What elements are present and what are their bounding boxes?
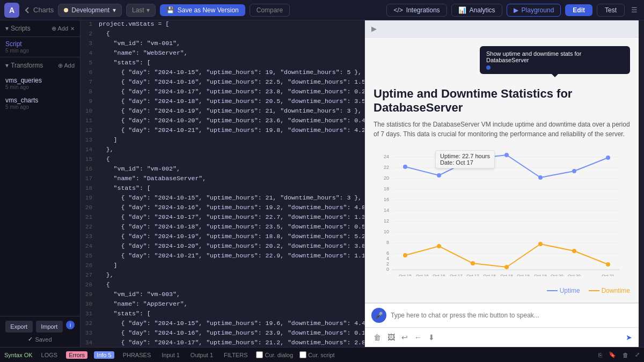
transforms-add-label: Add — [64, 62, 75, 69]
transforms-plus-icon: ⊕ — [58, 62, 63, 69]
line-number: 4 — [80, 49, 97, 59]
add-transform-button[interactable]: ⊕ Add — [58, 62, 75, 69]
svg-point-32 — [437, 244, 441, 248]
code-line: 1 project.vmStats = [ — [80, 20, 364, 30]
sidebar-item-vms-queries[interactable]: vms_queries 5 min ago — [0, 73, 80, 93]
transforms-label[interactable]: ▾ Transforms — [5, 62, 43, 69]
line-content: "stats": [ — [97, 59, 364, 69]
sidebar-item-vms-charts[interactable]: vms_charts 5 min ago — [0, 93, 80, 113]
cur-script-checkbox[interactable]: Cur. script — [299, 351, 335, 358]
filters-tab[interactable]: FILTERS — [222, 352, 250, 358]
playground-button[interactable]: ▶ Playground — [507, 4, 561, 17]
output-tab[interactable]: Output 1 — [188, 352, 215, 358]
chat-actions: 🗑 🖼 ↩ ← ⬇ ➤ — [365, 327, 639, 347]
svg-text:8: 8 — [386, 240, 389, 245]
code-line: 15 { — [80, 156, 364, 165]
branch-dot — [64, 8, 68, 12]
svg-text:Oct 18: Oct 18 — [500, 274, 513, 276]
save-button[interactable]: 💾 Save as New Version — [160, 4, 245, 16]
svg-text:14: 14 — [384, 208, 389, 213]
errors-badge[interactable]: Errors — [66, 351, 87, 359]
code-line: 31 "stats": [ — [80, 310, 364, 320]
svg-point-31 — [403, 253, 407, 257]
code-line: 29 "vm_id": "vm-003", — [80, 291, 364, 300]
sidebar-item-script[interactable]: Script 5 min ago — [0, 37, 80, 57]
cur-script-input[interactable] — [299, 351, 306, 358]
svg-text:Oct 19: Oct 19 — [534, 274, 547, 276]
line-number: 22 — [80, 223, 97, 233]
branch-chevron-icon: ▾ — [113, 6, 116, 14]
code-editor[interactable]: 1 project.vmStats = [ 2 { 3 "vm_id": "vm… — [80, 20, 365, 347]
svg-text:12: 12 — [384, 218, 389, 224]
image-button[interactable]: 🖼 — [385, 331, 397, 344]
line-content: { "day": "2024-10-17", "uptime_hours": 2… — [97, 339, 365, 347]
phrases-tab[interactable]: PHRASES — [121, 352, 153, 358]
code-line: 20 { "day": "2024-10-16", "uptime_hours"… — [80, 204, 364, 213]
expand-status-icon[interactable]: ⤢ — [635, 351, 640, 358]
line-content: { — [97, 30, 364, 40]
line-number: 34 — [80, 339, 97, 347]
left-sidebar: ▾ Scripts ⊕ Add ✕ Script 5 min ago ▾ Tra… — [0, 20, 80, 347]
delete-icon[interactable]: 🗑 — [623, 352, 628, 358]
branch-button[interactable]: Development ▾ — [58, 4, 122, 17]
line-number: 32 — [80, 320, 97, 329]
input-tab[interactable]: Input 1 — [159, 352, 182, 358]
branch-label: Development — [71, 6, 109, 14]
download-button[interactable]: ⬇ — [426, 331, 437, 344]
integrations-button[interactable]: </> Integrations — [386, 4, 447, 17]
scripts-label[interactable]: ▾ Scripts — [5, 25, 31, 32]
svg-text:20: 20 — [384, 175, 389, 181]
send-button[interactable]: ➤ — [626, 333, 632, 342]
copy-icon[interactable]: ⎘ — [598, 352, 602, 358]
bookmark-icon[interactable]: 🔖 — [609, 351, 616, 358]
svg-point-35 — [538, 242, 543, 246]
line-content: ] — [97, 136, 364, 146]
line-number: 15 — [80, 156, 97, 165]
line-number: 24 — [80, 242, 97, 252]
collapse-sidebar-icon[interactable]: ✕ — [70, 26, 75, 32]
edit-button[interactable]: Edit — [565, 4, 592, 16]
svg-point-24 — [403, 165, 407, 169]
line-number: 10 — [80, 107, 97, 117]
cur-dialog-checkbox[interactable]: Cur. dialog — [256, 351, 293, 358]
chart-tooltip: Uptime: 22.7 hours Date: Oct 17 — [435, 150, 495, 168]
info-badge[interactable]: Info 5 — [94, 351, 114, 359]
add-script-button[interactable]: ⊕ Add — [52, 25, 68, 32]
chat-input[interactable] — [391, 312, 632, 319]
export-import-row: Export Import i — [5, 321, 75, 333]
save-icon: 💾 — [166, 6, 174, 14]
code-line: 21 { "day": "2024-10-17", "uptime_hours"… — [80, 213, 364, 223]
line-number: 31 — [80, 310, 97, 320]
cur-dialog-input[interactable] — [256, 351, 263, 358]
mic-button[interactable]: 🎤 — [371, 308, 386, 323]
compare-button[interactable]: Compare — [250, 4, 290, 17]
line-number: 13 — [80, 136, 97, 146]
analytics-button[interactable]: 📊 Analytics — [451, 4, 502, 17]
chart-tooltip-label: Uptime: 22.7 hours — [440, 153, 490, 159]
expand-icon[interactable]: ▶ — [371, 25, 377, 33]
export-button[interactable]: Export — [5, 321, 33, 333]
logs-tab[interactable]: LOGS — [39, 352, 60, 358]
line-number: 17 — [80, 175, 97, 184]
line-content: { "day": "2024-10-15", "uptime_hours": 2… — [97, 194, 364, 204]
refresh-button[interactable]: ↩ — [399, 331, 410, 344]
legend-downtime-label: Downtime — [602, 287, 630, 294]
saved-indicator: ✓ Saved — [5, 336, 75, 343]
line-content: { "day": "2024-10-19", "uptime_hours": 2… — [97, 107, 364, 117]
line-content: "name": "AppServer", — [97, 300, 364, 310]
menu-icon[interactable]: ☰ — [629, 4, 640, 16]
version-chevron-icon: ▾ — [147, 6, 150, 14]
svg-text:6: 6 — [386, 250, 389, 256]
line-number: 29 — [80, 291, 97, 300]
code-line: 12 { "day": "2024-10-21", "uptime_hours"… — [80, 127, 364, 136]
nav-back-button[interactable]: Charts — [24, 6, 54, 14]
svg-text:Oct 18: Oct 18 — [483, 274, 496, 276]
test-button[interactable]: Test — [597, 4, 625, 17]
back-button[interactable]: ← — [412, 331, 424, 344]
svg-text:0: 0 — [386, 267, 389, 272]
trash-button[interactable]: 🗑 — [371, 331, 383, 344]
version-select[interactable]: Last ▾ — [126, 4, 156, 17]
import-button[interactable]: Import — [36, 321, 63, 333]
code-line: 6 { "day": "2024-10-15", "uptime_hours":… — [80, 69, 364, 78]
svg-text:Oct 19: Oct 19 — [517, 274, 530, 276]
